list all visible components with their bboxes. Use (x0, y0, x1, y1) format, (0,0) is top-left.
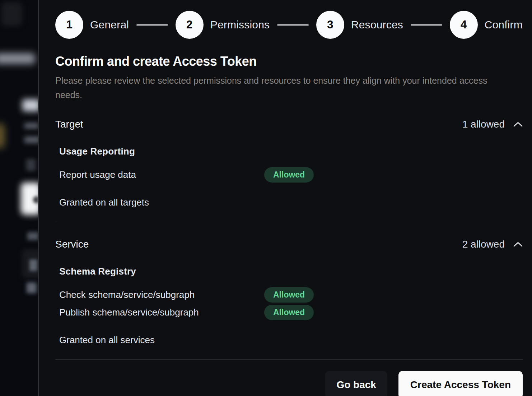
chevron-up-icon (513, 121, 523, 127)
blurred-nav-item (0, 53, 35, 64)
step-number-circle: 2 (176, 11, 204, 39)
step-number-circle: 4 (450, 11, 478, 39)
allowed-badge: Allowed (264, 167, 314, 183)
blurred-heading-text (22, 99, 38, 111)
section-title: Target (55, 119, 83, 130)
footer-divider (55, 359, 523, 360)
section-target-header: Target 1 allowed (55, 119, 523, 130)
granted-note: Granted on all services (59, 335, 523, 346)
blurred-small-tile (26, 159, 36, 171)
blurred-button-glyph (33, 196, 38, 203)
section-service-header: Service 2 allowed (55, 239, 523, 250)
section-target-toggle[interactable]: 1 allowed (462, 119, 523, 130)
section-service-toggle[interactable]: 2 allowed (462, 239, 523, 250)
blurred-warning-blob (0, 124, 4, 148)
step-number-circle: 1 (55, 11, 83, 39)
section-divider (55, 222, 523, 222)
go-back-button[interactable]: Go back (325, 371, 387, 396)
permission-label: Check schema/service/subgraph (59, 289, 264, 300)
step-confirm[interactable]: 4 Confirm (450, 11, 523, 39)
blurred-logo-tile (1, 2, 22, 26)
blurred-text-fragment (27, 282, 37, 293)
page-title: Confirm and create Access Token (55, 54, 523, 69)
step-label: Permissions (210, 19, 270, 31)
create-access-token-modal: 1 General 2 Permissions 3 Resources 4 Co… (38, 0, 532, 396)
group-title: Schema Registry (59, 266, 523, 277)
step-permissions[interactable]: 2 Permissions (176, 11, 270, 39)
section-title: Service (55, 239, 89, 250)
permission-row: Report usage data Allowed (59, 167, 523, 183)
permission-row: Check schema/service/subgraph Allowed (59, 287, 523, 303)
step-label: General (90, 19, 129, 31)
permission-label: Report usage data (59, 169, 264, 180)
allowed-count: 2 allowed (462, 239, 505, 250)
page-description: Please please review the selected permis… (55, 73, 495, 102)
group-title: Usage Reporting (59, 146, 523, 157)
background-page (0, 0, 38, 396)
step-resources[interactable]: 3 Resources (316, 11, 403, 39)
step-number-circle: 3 (316, 11, 344, 39)
create-access-token-button[interactable]: Create Access Token (398, 371, 523, 396)
step-label: Resources (351, 19, 403, 31)
wizard-stepper: 1 General 2 Permissions 3 Resources 4 Co… (55, 11, 523, 39)
modal-footer: Go back Create Access Token (55, 371, 523, 396)
allowed-badge: Allowed (264, 287, 314, 303)
permission-row: Publish schema/service/subgraph Allowed (59, 305, 523, 320)
permission-group: Usage Reporting Report usage data Allowe… (59, 146, 523, 183)
step-connector-line (136, 24, 168, 26)
chevron-up-icon (513, 241, 523, 247)
step-connector-line (277, 24, 309, 26)
granted-note: Granted on all targets (59, 197, 523, 208)
step-general[interactable]: 1 General (55, 11, 129, 39)
blurred-subtext-line (24, 137, 38, 143)
blurred-subtext-line (24, 123, 38, 129)
permission-group: Schema Registry Check schema/service/sub… (59, 266, 523, 320)
blurred-text-fragment (29, 259, 37, 271)
allowed-badge: Allowed (264, 305, 314, 320)
step-label: Confirm (485, 19, 523, 31)
allowed-count: 1 allowed (462, 119, 505, 130)
step-connector-line (411, 24, 442, 26)
permission-label: Publish schema/service/subgraph (59, 307, 264, 318)
blurred-text-fragment (27, 232, 38, 240)
